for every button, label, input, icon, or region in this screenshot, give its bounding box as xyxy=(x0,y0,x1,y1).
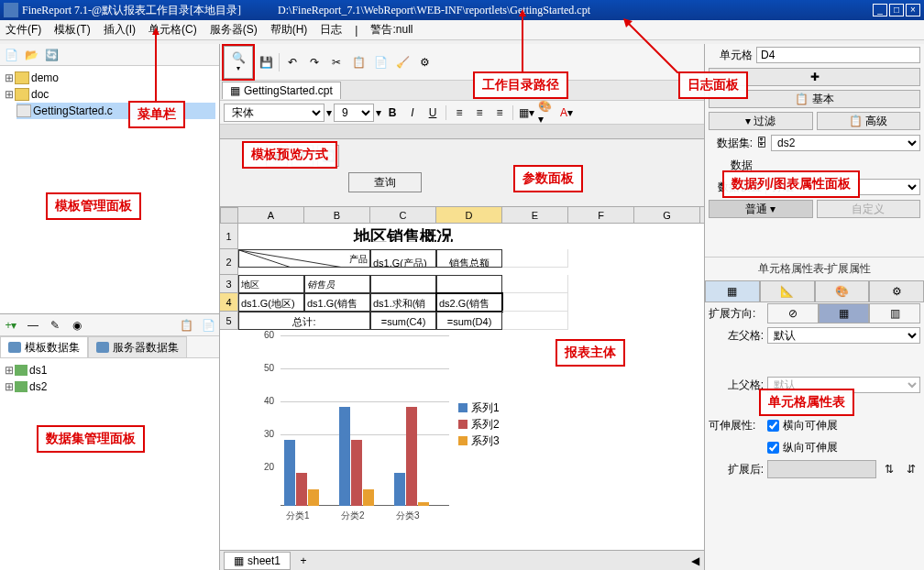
sort-asc-icon[interactable]: ⇅ xyxy=(880,460,898,478)
cell-B3[interactable]: 销售员 xyxy=(304,275,370,293)
tab-server-dataset[interactable]: 服务器数据集 xyxy=(88,336,187,357)
undo-icon[interactable]: ↶ xyxy=(283,53,302,71)
align-left-icon[interactable]: ≡ xyxy=(450,104,468,122)
cell-C2[interactable]: ds1.G(产品) xyxy=(370,249,436,268)
attr-tab-2[interactable]: 📐 xyxy=(760,280,815,302)
cell-B4[interactable]: ds1.G(销售 xyxy=(304,293,370,312)
sheet-tab-sheet1[interactable]: ▦ sheet1 xyxy=(224,552,291,570)
align-center-icon[interactable]: ≡ xyxy=(470,104,489,122)
preview-button[interactable]: 🔍 ▾ xyxy=(224,46,253,79)
copy-icon[interactable]: 📋 xyxy=(349,53,368,71)
col-head-F[interactable]: F xyxy=(568,207,634,223)
sheet-area[interactable]: A B C D E F G 1 2 3 4 5 地区销售概况 产品 ds1. xyxy=(220,207,704,550)
border-icon[interactable]: ▦▾ xyxy=(517,104,535,122)
expand-icon[interactable]: ⊞ xyxy=(4,88,15,101)
attr-tab-4[interactable]: ⚙ xyxy=(869,280,924,302)
tool-icon[interactable]: ⚙ xyxy=(415,53,434,71)
cell-D3[interactable] xyxy=(436,275,502,293)
row-head-2[interactable]: 2 xyxy=(220,249,238,275)
parameter-panel[interactable]: ▣ 👁 🔄 查询 xyxy=(220,125,704,207)
cut-icon[interactable]: ✂ xyxy=(327,53,346,71)
ds-tree[interactable]: ⊞ ds1 ⊞ ds2 xyxy=(0,358,219,570)
maximize-button[interactable]: □ xyxy=(889,4,904,16)
cell-A3[interactable]: 地区 xyxy=(238,275,304,293)
up-parent-select[interactable]: 默认 xyxy=(767,377,920,393)
expand-h-button[interactable]: ▥ xyxy=(869,303,920,323)
col-head-G[interactable]: G xyxy=(634,207,700,223)
bold-icon[interactable]: B xyxy=(383,104,402,122)
menu-help[interactable]: 帮助(H) xyxy=(270,22,308,38)
param-layer-icon[interactable]: ▣ xyxy=(266,145,288,167)
dataset-select[interactable]: ds2 xyxy=(771,135,920,151)
v-stretch-checkbox[interactable] xyxy=(767,442,779,454)
tree-item-doc[interactable]: ⊞ doc xyxy=(4,86,215,103)
cell-E3[interactable] xyxy=(502,275,568,293)
col-head-A[interactable]: A xyxy=(238,207,304,223)
open-folder-icon[interactable]: 📂 xyxy=(22,46,40,64)
col-head-C[interactable]: C xyxy=(370,207,436,223)
param-refresh-icon[interactable]: 🔄 xyxy=(317,145,339,167)
align-right-icon[interactable]: ≡ xyxy=(490,104,509,122)
col-head-D[interactable]: D xyxy=(436,207,502,223)
add-dataset-icon[interactable]: +▾ xyxy=(2,316,20,334)
clear-icon[interactable]: 🧹 xyxy=(393,53,412,71)
refresh-icon[interactable]: 🔄 xyxy=(42,46,60,64)
template-tree[interactable]: ⊞ demo ⊞ doc GettingStarted.c xyxy=(0,66,219,313)
expand-icon[interactable]: ⊞ xyxy=(4,71,15,84)
setting-select[interactable]: 分组 xyxy=(765,179,920,195)
row-head-3[interactable]: 3 xyxy=(220,275,238,293)
menu-template[interactable]: 模板(T) xyxy=(54,22,90,38)
expand-v-button[interactable]: ▦ xyxy=(819,303,870,323)
delete-dataset-icon[interactable]: — xyxy=(24,316,42,334)
expand-icon[interactable]: ⊞ xyxy=(4,364,15,377)
row-head-5[interactable]: 5 xyxy=(220,312,238,330)
scroll-left-icon[interactable]: ◀ xyxy=(686,552,704,570)
cell-C3[interactable] xyxy=(370,275,436,293)
font-size-select[interactable]: 9 xyxy=(334,104,374,122)
tab-template-dataset[interactable]: 模板数据集 xyxy=(0,336,88,357)
row-head-1[interactable]: 1 xyxy=(220,224,238,249)
tree-item-gettingstarted[interactable]: GettingStarted.c xyxy=(16,103,215,119)
italic-icon[interactable]: I xyxy=(403,104,422,122)
doc-tab-gettingstarted[interactable]: ▦ GettingStarted.cpt xyxy=(222,82,341,99)
embedded-chart[interactable]: 60 50 40 30 20 分类1 分类2 xyxy=(238,326,513,528)
copy-icon[interactable]: 📋 xyxy=(177,316,195,334)
cell-A4[interactable]: ds1.G(地区) xyxy=(238,293,304,312)
expand-icon[interactable]: ⊞ xyxy=(4,380,15,393)
query-button[interactable]: 查询 xyxy=(348,172,422,192)
cell-E4[interactable] xyxy=(502,293,568,312)
bgcolor-icon[interactable]: 🎨▾ xyxy=(537,104,556,122)
redo-icon[interactable]: ↷ xyxy=(305,53,324,71)
cell-C4[interactable]: ds1.求和(销 xyxy=(370,293,436,312)
new-file-icon[interactable]: 📄 xyxy=(2,46,20,64)
menu-log[interactable]: 日志 xyxy=(320,22,342,38)
sort-desc-icon[interactable]: ⇵ xyxy=(902,460,920,478)
param-hide-icon[interactable]: 👁 xyxy=(292,145,314,167)
normal-button[interactable]: 普通 ▾ xyxy=(709,200,813,218)
cell-A2[interactable]: 产品 xyxy=(238,249,370,268)
col-head-E[interactable]: E xyxy=(502,207,568,223)
h-stretch-checkbox[interactable] xyxy=(767,420,779,432)
cell-ref-input[interactable] xyxy=(756,47,920,63)
paste-icon[interactable]: 📄 xyxy=(199,316,217,334)
attr-tab-1[interactable]: ▦ xyxy=(705,280,760,302)
underline-icon[interactable]: U xyxy=(424,104,442,122)
add-button[interactable]: ✚ xyxy=(709,68,920,86)
basic-button[interactable]: 📋 基本 xyxy=(709,90,920,108)
menu-insert[interactable]: 插入(I) xyxy=(104,22,136,38)
menu-server[interactable]: 服务器(S) xyxy=(210,22,258,38)
cell-D4[interactable]: ds2.G(销售 xyxy=(436,293,502,312)
preview-dataset-icon[interactable]: ◉ xyxy=(68,316,86,334)
font-family-select[interactable]: 宋体 xyxy=(224,104,324,122)
row-head-4[interactable]: 4 xyxy=(220,293,238,312)
dropdown-icon[interactable]: ▾ xyxy=(326,106,332,119)
ds-item-ds1[interactable]: ⊞ ds1 xyxy=(4,362,215,378)
tree-item-demo[interactable]: ⊞ demo xyxy=(4,70,215,86)
save-icon[interactable]: 💾 xyxy=(257,53,275,71)
menu-file[interactable]: 文件(F) xyxy=(6,22,41,38)
minimize-button[interactable]: _ xyxy=(873,4,887,16)
fontcolor-icon[interactable]: A▾ xyxy=(557,104,576,122)
add-sheet-icon[interactable]: + xyxy=(294,552,313,570)
advanced-button[interactable]: 📋 高级 xyxy=(817,112,921,130)
cell-title[interactable]: 地区销售概况 xyxy=(238,224,568,242)
